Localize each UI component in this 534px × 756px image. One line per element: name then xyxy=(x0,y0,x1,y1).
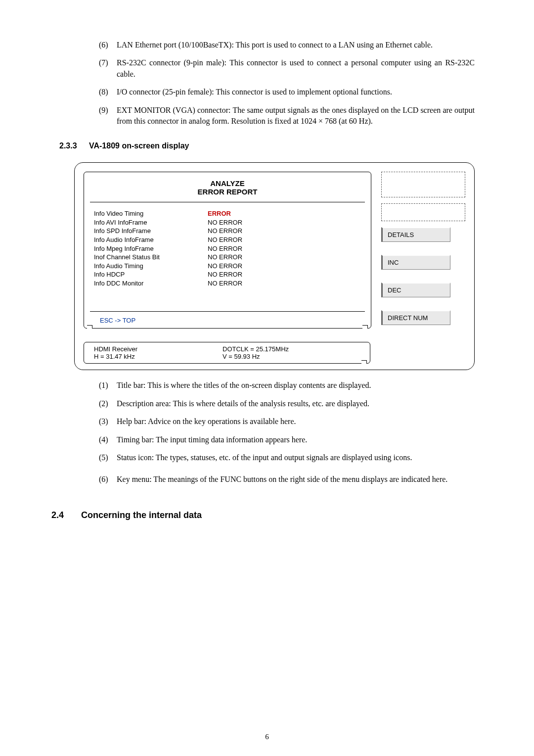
timing-bar: HDMI Receiver H = 31.47 kHz DOTCLK = 25.… xyxy=(84,342,370,364)
desc-row: Info SPD InfoFrameNO ERROR xyxy=(94,227,365,236)
list-text: Help bar: Advice on the key operations i… xyxy=(117,416,475,427)
title-bar: ANALYZE ERROR REPORT xyxy=(90,172,365,202)
section-24-title: Concerning the internal data xyxy=(81,510,202,520)
desc-label: Inof Channel Status Bit xyxy=(94,253,208,262)
section-title: VA-1809 on-screen display xyxy=(89,142,189,150)
description-area: Info Video TimingERRORInfo AVI InfoFrame… xyxy=(84,202,371,292)
list-item: (9)EXT MONITOR (VGA) connector: The same… xyxy=(99,105,475,127)
list-item: (1)Title bar: This is where the titles o… xyxy=(99,380,475,391)
timing-vfreq: V = 59.93 Hz xyxy=(222,353,364,360)
list-text: EXT MONITOR (VGA) connector: The same ou… xyxy=(117,105,475,127)
list-text: Timing bar: The input timing data inform… xyxy=(117,434,475,445)
list-number: (1) xyxy=(99,380,117,391)
list-number: (6) xyxy=(99,40,117,50)
timing-notch xyxy=(361,360,367,364)
details-button[interactable]: DETAILS xyxy=(381,227,450,242)
desc-label: Info Video Timing xyxy=(94,209,208,218)
list-item: (5)Status icon: The types, statuses, etc… xyxy=(99,452,475,463)
status-icon-placeholder-2 xyxy=(381,203,465,221)
desc-row: Info DDC MonitorNO ERROR xyxy=(94,279,365,288)
list-text: Description area: This is where details … xyxy=(117,398,475,409)
section-24-number: 2.4 xyxy=(51,510,81,520)
list-number: (5) xyxy=(99,452,117,463)
desc-label: Info AVI InfoFrame xyxy=(94,218,208,227)
desc-label: Info HDCP xyxy=(94,270,208,279)
dec-button[interactable]: DEC xyxy=(381,283,450,297)
list-text: LAN Ethernet port (10/100BaseTX): This p… xyxy=(117,40,475,50)
list-text: Key menu: The meanings of the FUNC butto… xyxy=(117,474,475,485)
list-item: (6)LAN Ethernet port (10/100BaseTX): Thi… xyxy=(99,40,475,50)
timing-dotclk: DOTCLK = 25.175MHz xyxy=(222,345,364,353)
section-2-4-heading: 2.4Concerning the internal data xyxy=(51,510,485,520)
direct-num-button[interactable]: DIRECT NUM xyxy=(381,310,450,325)
desc-row: Info Video TimingERROR xyxy=(94,209,365,218)
title-line2: ERROR REPORT xyxy=(90,188,365,196)
help-bar: ESC -> TOP xyxy=(90,312,365,328)
inc-button[interactable]: INC xyxy=(381,255,450,270)
desc-row: Info Audio InfoFrameNO ERROR xyxy=(94,236,365,244)
desc-label: Info SPD InfoFrame xyxy=(94,227,208,236)
list-text: Title bar: This is where the titles of t… xyxy=(117,380,475,391)
notch-right xyxy=(362,325,368,329)
list-text: I/O connector (25-pin female): This conn… xyxy=(117,87,475,97)
side-column: DETAILS INC DEC DIRECT NUM xyxy=(371,172,465,338)
list-item: (6)Key menu: The meanings of the FUNC bu… xyxy=(99,474,475,485)
below-numbered-list: (1)Title bar: This is where the titles o… xyxy=(99,380,475,485)
desc-row: Info Audio TimingNO ERROR xyxy=(94,262,365,271)
desc-row: Info Mpeg InfoFrameNO ERROR xyxy=(94,244,365,253)
list-text: RS-232C connector (9-pin male): This con… xyxy=(117,57,475,80)
desc-label: Info Audio InfoFrame xyxy=(94,236,208,244)
desc-value: NO ERROR xyxy=(208,262,365,271)
desc-value: NO ERROR xyxy=(208,236,365,244)
desc-value: NO ERROR xyxy=(208,227,365,236)
status-icon-placeholder-1 xyxy=(381,172,465,197)
list-number: (4) xyxy=(99,434,117,445)
desc-value: NO ERROR xyxy=(208,270,365,279)
list-number: (7) xyxy=(99,57,117,80)
timing-hfreq: H = 31.47 kHz xyxy=(94,353,222,360)
title-line1: ANALYZE xyxy=(90,179,365,188)
list-number: (3) xyxy=(99,416,117,427)
list-item: (4)Timing bar: The input timing data inf… xyxy=(99,434,475,445)
timing-receiver: HDMI Receiver xyxy=(94,345,222,353)
list-item: (7)RS-232C connector (9-pin male): This … xyxy=(99,57,475,80)
list-item: (3)Help bar: Advice on the key operation… xyxy=(99,416,475,427)
list-number: (8) xyxy=(99,87,117,97)
desc-value: NO ERROR xyxy=(208,218,365,227)
list-number: (2) xyxy=(99,398,117,409)
intro-numbered-list: (6)LAN Ethernet port (10/100BaseTX): Thi… xyxy=(99,40,475,127)
desc-label: Info DDC Monitor xyxy=(94,279,208,288)
notch-left xyxy=(87,325,92,329)
list-item: (8)I/O connector (25-pin female): This c… xyxy=(99,87,475,97)
section-number: 2.3.3 xyxy=(59,142,89,150)
list-text: Status icon: The types, statuses, etc. o… xyxy=(117,452,475,463)
section-2-3-3-heading: 2.3.3VA-1809 on-screen display xyxy=(59,142,485,150)
desc-label: Info Audio Timing xyxy=(94,262,208,271)
desc-value: NO ERROR xyxy=(208,279,365,288)
desc-row: Info HDCPNO ERROR xyxy=(94,270,365,279)
desc-label: Info Mpeg InfoFrame xyxy=(94,244,208,253)
desc-value: ERROR xyxy=(208,209,365,218)
list-item: (2)Description area: This is where detai… xyxy=(99,398,475,409)
analysis-panel: ANALYZE ERROR REPORT Info Video TimingER… xyxy=(84,172,371,329)
list-number: (9) xyxy=(99,105,117,127)
desc-value: NO ERROR xyxy=(208,244,365,253)
desc-row: Info AVI InfoFrameNO ERROR xyxy=(94,218,365,227)
page-number: 6 xyxy=(0,733,534,741)
desc-row: Inof Channel Status BitNO ERROR xyxy=(94,253,365,262)
desc-value: NO ERROR xyxy=(208,253,365,262)
list-number: (6) xyxy=(99,474,117,485)
osd-diagram-frame: ANALYZE ERROR REPORT Info Video TimingER… xyxy=(74,162,475,370)
